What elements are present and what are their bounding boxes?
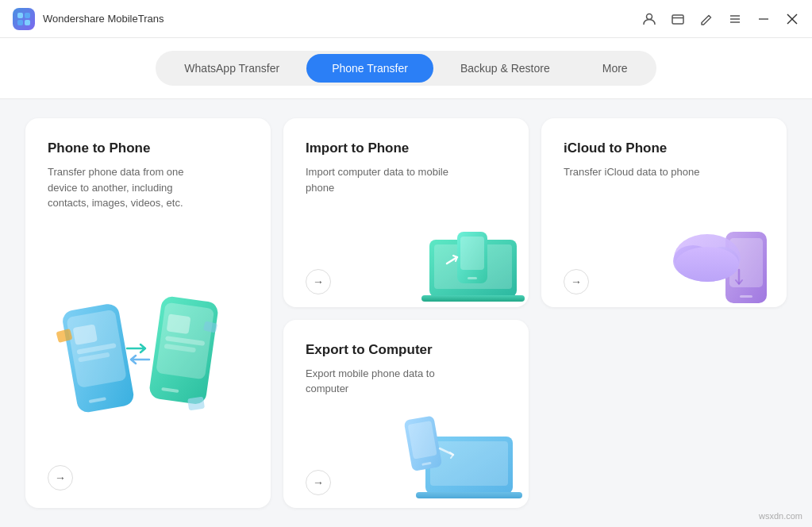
svg-rect-36 bbox=[740, 295, 752, 298]
card-import-desc: Import computer data to mobile phone bbox=[306, 164, 448, 195]
card-phone-to-phone[interactable]: Phone to Phone Transfer phone data from … bbox=[25, 118, 271, 508]
app-title: Wondershare MobileTrans bbox=[43, 13, 164, 25]
cards-grid: Phone to Phone Transfer phone data from … bbox=[25, 118, 787, 508]
svg-rect-42 bbox=[430, 441, 508, 486]
minimize-icon[interactable] bbox=[756, 12, 771, 26]
svg-point-4 bbox=[647, 13, 652, 19]
window-square-icon[interactable] bbox=[671, 12, 685, 26]
card-phone-to-phone-desc: Transfer phone data from one device to a… bbox=[48, 164, 190, 211]
menu-icon[interactable] bbox=[728, 12, 742, 26]
tab-more[interactable]: More bbox=[577, 54, 653, 83]
card-icloud-title: iCloud to Phone bbox=[564, 140, 764, 156]
tab-backup[interactable]: Backup & Restore bbox=[435, 54, 575, 83]
svg-rect-2 bbox=[17, 20, 23, 25]
card-export-to-computer[interactable]: Export to Computer Export mobile phone d… bbox=[283, 320, 529, 509]
svg-point-40 bbox=[675, 247, 739, 282]
window-controls bbox=[642, 12, 799, 26]
svg-rect-3 bbox=[25, 20, 30, 25]
title-bar: Wondershare MobileTrans bbox=[0, 0, 812, 38]
app-icon bbox=[13, 8, 35, 30]
card-export-arrow[interactable]: → bbox=[306, 470, 331, 495]
profile-icon[interactable] bbox=[642, 12, 656, 26]
edit-icon[interactable] bbox=[699, 12, 714, 26]
svg-rect-5 bbox=[672, 15, 683, 24]
svg-rect-33 bbox=[468, 277, 477, 279]
main-content: Phone to Phone Transfer phone data from … bbox=[0, 99, 812, 527]
card-phone-to-phone-arrow[interactable]: → bbox=[48, 465, 73, 490]
nav-bar: WhatsApp Transfer Phone Transfer Backup … bbox=[0, 38, 812, 99]
title-bar-left: Wondershare MobileTrans bbox=[13, 8, 164, 30]
svg-rect-27 bbox=[187, 397, 205, 411]
card-import-arrow[interactable]: → bbox=[306, 269, 331, 294]
card-import-title: Import to Phone bbox=[306, 140, 506, 156]
tab-whatsapp[interactable]: WhatsApp Transfer bbox=[159, 54, 305, 83]
card-icloud-arrow[interactable]: → bbox=[564, 269, 589, 294]
svg-rect-1 bbox=[25, 13, 30, 18]
tab-phone[interactable]: Phone Transfer bbox=[306, 54, 433, 83]
nav-tabs: WhatsApp Transfer Phone Transfer Backup … bbox=[156, 51, 656, 86]
card-import-to-phone[interactable]: Import to Phone Import computer data to … bbox=[283, 118, 529, 307]
svg-rect-0 bbox=[17, 13, 23, 18]
card-icloud-desc: Transfer iCloud data to phone bbox=[564, 164, 706, 180]
card-export-desc: Export mobile phone data to computer bbox=[306, 366, 448, 397]
card-icloud-to-phone[interactable]: iCloud to Phone Transfer iCloud data to … bbox=[541, 118, 787, 307]
watermark: wsxdn.com bbox=[759, 511, 802, 521]
card-phone-to-phone-title: Phone to Phone bbox=[48, 140, 248, 156]
svg-rect-30 bbox=[421, 295, 525, 302]
svg-rect-22 bbox=[166, 314, 190, 334]
phone-to-phone-illustration bbox=[48, 211, 248, 490]
svg-rect-32 bbox=[460, 237, 484, 270]
card-export-title: Export to Computer bbox=[306, 342, 506, 358]
svg-rect-43 bbox=[416, 492, 522, 498]
close-icon[interactable] bbox=[785, 12, 799, 26]
